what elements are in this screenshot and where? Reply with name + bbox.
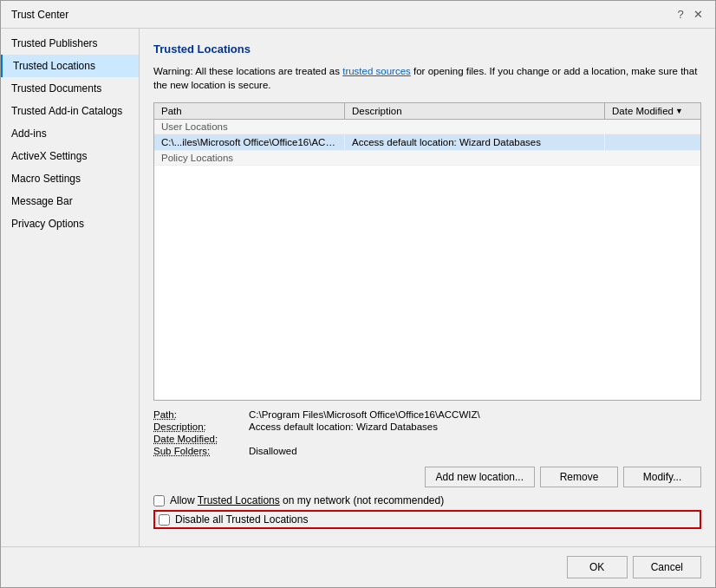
section-title: Trusted Locations xyxy=(153,42,701,56)
detail-date-row: Date Modified: xyxy=(153,434,701,444)
header-date-modified: Date Modified ▼ xyxy=(605,103,700,119)
policy-locations-group: Policy Locations xyxy=(154,151,700,166)
sidebar: Trusted Publishers Trusted Locations Tru… xyxy=(1,29,140,546)
sidebar-item-trusted-documents[interactable]: Trusted Documents xyxy=(1,77,139,100)
desc-label: Description: xyxy=(153,421,249,432)
remove-button[interactable]: Remove xyxy=(540,467,618,487)
disable-all-label: Disable all Trusted Locations xyxy=(175,513,308,526)
allow-network-row: Allow Trusted Locations on my network (n… xyxy=(153,494,701,506)
desc-value: Access default location: Wizard Database… xyxy=(249,421,438,432)
cancel-button[interactable]: Cancel xyxy=(633,556,701,578)
subfolders-label: Sub Folders: xyxy=(153,446,249,456)
cell-date xyxy=(605,134,700,150)
sort-arrow-icon[interactable]: ▼ xyxy=(675,107,683,115)
action-buttons: Add new location... Remove Modify... xyxy=(153,467,701,487)
path-value: C:\Program Files\Microsoft Office\Office… xyxy=(249,409,480,420)
detail-subfolders-row: Sub Folders: Disallowed xyxy=(153,446,701,456)
header-path: Path xyxy=(154,103,345,119)
allow-network-label: Allow Trusted Locations on my network (n… xyxy=(170,494,444,506)
help-button[interactable]: ? xyxy=(674,8,687,22)
sidebar-item-trusted-locations[interactable]: Trusted Locations xyxy=(1,55,139,77)
sidebar-item-trusted-publishers[interactable]: Trusted Publishers xyxy=(1,32,139,55)
dialog-title: Trust Center xyxy=(11,9,68,21)
detail-path-row: Path: C:\Program Files\Microsoft Office\… xyxy=(153,409,701,420)
warning-prefix: Warning: All these locations are treated… xyxy=(153,66,342,76)
detail-desc-row: Description: Access default location: Wi… xyxy=(153,421,701,432)
sidebar-item-addins[interactable]: Add-ins xyxy=(1,122,139,145)
checkboxes-section: Allow Trusted Locations on my network (n… xyxy=(153,494,701,529)
warning-link[interactable]: trusted sources xyxy=(342,66,411,76)
cell-path: C:\...iles\Microsoft Office\Office16\ACC… xyxy=(154,134,345,150)
sidebar-item-macros[interactable]: Macro Settings xyxy=(1,167,139,190)
sidebar-item-message-bar[interactable]: Message Bar xyxy=(1,190,139,212)
sidebar-item-privacy[interactable]: Privacy Options xyxy=(1,212,139,235)
disable-all-checkbox[interactable] xyxy=(159,514,170,526)
details-section: Path: C:\Program Files\Microsoft Office\… xyxy=(153,409,701,458)
date-label: Date Modified: xyxy=(153,434,249,444)
table-header: Path Description Date Modified ▼ xyxy=(154,103,700,120)
path-label: Path: xyxy=(153,409,249,420)
title-bar: Trust Center ? ✕ xyxy=(1,1,715,29)
ok-button[interactable]: OK xyxy=(567,556,628,578)
allow-network-checkbox[interactable] xyxy=(153,495,165,506)
sidebar-item-trusted-addins[interactable]: Trusted Add-in Catalogs xyxy=(1,100,139,122)
close-button[interactable]: ✕ xyxy=(691,8,705,22)
main-content: Trusted Locations Warning: All these loc… xyxy=(140,29,715,546)
dialog-footer: OK Cancel xyxy=(1,546,715,587)
dialog-body: Trusted Publishers Trusted Locations Tru… xyxy=(1,29,715,546)
table-row[interactable]: C:\...iles\Microsoft Office\Office16\ACC… xyxy=(154,134,700,151)
header-description: Description xyxy=(345,103,605,119)
warning-text: Warning: All these locations are treated… xyxy=(153,64,701,92)
trust-center-dialog: Trust Center ? ✕ Trusted Publishers Trus… xyxy=(0,0,716,588)
subfolders-value: Disallowed xyxy=(249,446,297,456)
title-controls: ? ✕ xyxy=(674,8,705,22)
user-locations-group: User Locations xyxy=(154,120,700,134)
disable-all-row: Disable all Trusted Locations xyxy=(153,510,701,529)
cell-description: Access default location: Wizard Database… xyxy=(345,134,605,150)
modify-button[interactable]: Modify... xyxy=(623,467,701,487)
locations-table[interactable]: Path Description Date Modified ▼ User Lo… xyxy=(153,102,701,401)
sidebar-item-activex[interactable]: ActiveX Settings xyxy=(1,145,139,167)
add-new-location-button[interactable]: Add new location... xyxy=(425,467,535,487)
